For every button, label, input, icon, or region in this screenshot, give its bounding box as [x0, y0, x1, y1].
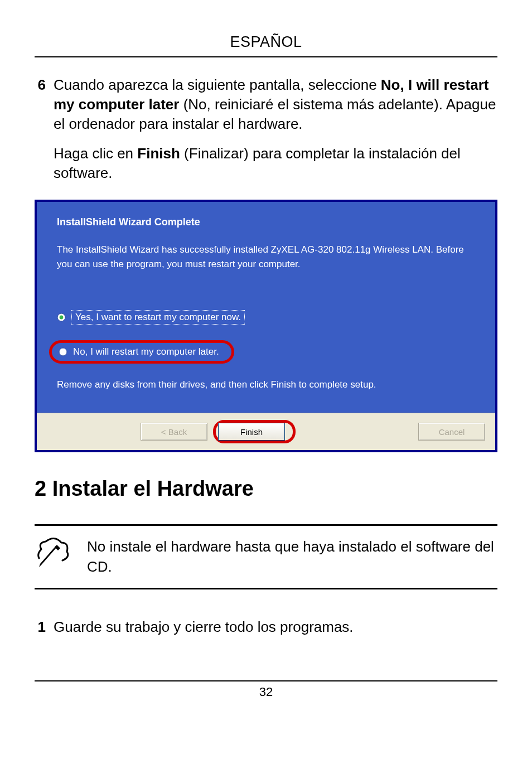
svg-point-1: [60, 316, 64, 320]
radio-restart-later-highlight: No, I will restart my computer later.: [49, 340, 234, 364]
installshield-screenshot: InstallShield Wizard Complete The Instal…: [35, 200, 497, 452]
radio-restart-later-label[interactable]: No, I will restart my computer later.: [73, 346, 219, 357]
finish-button[interactable]: Finish: [218, 423, 285, 441]
radio-restart-now-label: Yes, I want to restart my computer now.: [71, 310, 245, 325]
page-number: 32: [259, 685, 273, 699]
step-1: 1 Guarde su trabajo y cierre todo los pr…: [35, 617, 497, 647]
step-6-number: 6: [35, 75, 46, 193]
svg-point-2: [59, 348, 67, 356]
cancel-button: Cancel: [418, 423, 485, 441]
page-header: ESPAÑOL: [35, 33, 497, 57]
wizard-title: InstallShield Wizard Complete: [57, 216, 478, 228]
back-button-label: < Back: [161, 427, 187, 437]
step6-p2-bold: Finish: [137, 145, 180, 162]
finish-button-highlight: Finish: [213, 420, 296, 443]
step-1-text: Guarde su trabajo y cierre todo los prog…: [54, 617, 497, 637]
step-1-body: Guarde su trabajo y cierre todo los prog…: [54, 617, 497, 647]
step-6: 6 Cuando aparezca la siguiente pantalla,…: [35, 75, 497, 193]
wizard-description: The InstallShield Wizard has successfull…: [57, 243, 478, 271]
wizard-button-bar: < Back Finish Cancel: [37, 413, 495, 450]
back-button: < Back: [141, 423, 207, 441]
footer: 32: [35, 680, 497, 699]
radio-restart-later-row: No, I will restart my computer later.: [57, 340, 478, 364]
radio-restart-now[interactable]: Yes, I want to restart my computer now.: [57, 310, 478, 325]
cancel-button-label: Cancel: [439, 427, 465, 437]
step6-p2-prefix: Haga clic en: [54, 145, 137, 162]
note-block: No instale el hardware hasta que haya in…: [35, 524, 497, 589]
finish-button-label: Finish: [240, 427, 263, 437]
step-6-body: Cuando aparezca la siguiente pantalla, s…: [54, 75, 497, 193]
note-text: No instale el hardware hasta que haya in…: [87, 537, 497, 576]
step-1-number: 1: [35, 617, 46, 647]
step6-p1-prefix: Cuando aparezca la siguiente pantalla, s…: [54, 76, 381, 93]
radio-selected-icon: [57, 313, 66, 322]
note-icon: [35, 537, 70, 567]
radio-unselected-icon[interactable]: [59, 347, 67, 356]
section-2-heading: 2 Instalar el Hardware: [35, 477, 497, 501]
header-title: ESPAÑOL: [230, 33, 302, 50]
wizard-remove-disks: Remove any disks from their drives, and …: [57, 379, 478, 390]
